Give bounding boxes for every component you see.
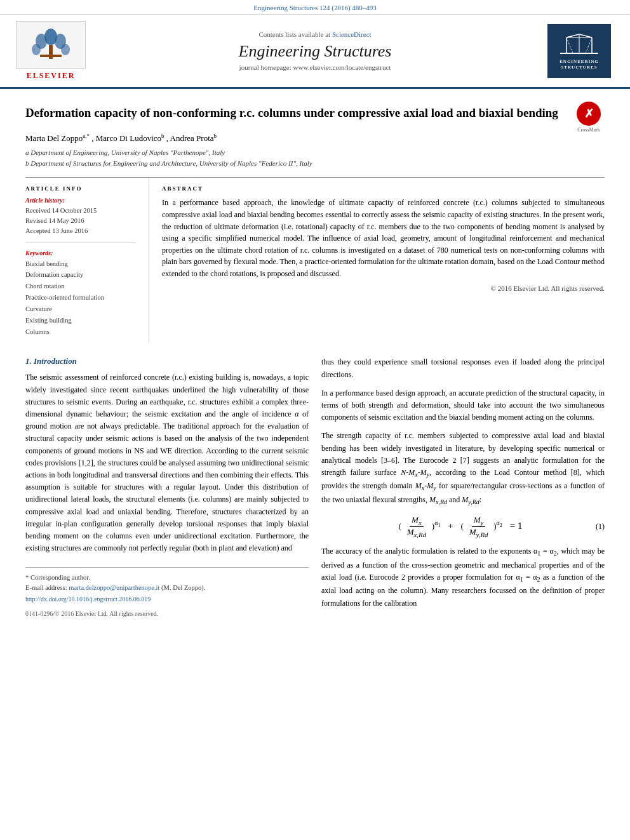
accepted-date: Accepted 13 June 2016 (25, 226, 136, 236)
crossmark-badge[interactable]: ✗ CrossMark (573, 102, 605, 133)
intro-para1: The seismic assessment of reinforced con… (25, 371, 309, 554)
body-right-col: thus they could experience small torsion… (321, 356, 605, 617)
fraction-1: Mx Mx,Rd (405, 515, 428, 538)
svg-point-3 (32, 44, 41, 55)
body-section: 1. Introduction The seismic assessment o… (25, 356, 605, 617)
author-email-link[interactable]: marta.delzoppo@uniparthenope.it (69, 584, 159, 591)
equation-number: (1) (596, 522, 605, 531)
fraction-1-numerator: Mx (410, 515, 424, 527)
affiliation-b: b Department of Structures for Engineeri… (25, 158, 605, 169)
journal-url: journal homepage: www.elsevier.com/locat… (102, 63, 528, 71)
corresponding-author-note: * Corresponding author. (25, 573, 309, 583)
keyword-6: Existing building (25, 315, 136, 326)
journal-title-display: Engineering Structures (102, 42, 528, 61)
fraction-2-denominator: My,Rd (467, 527, 490, 538)
body-left-col: 1. Introduction The seismic assessment o… (25, 356, 309, 617)
keyword-3: Chord rotation (25, 281, 136, 292)
main-content: Deformation capacity of non-conforming r… (0, 89, 630, 627)
article-info-label: ARTICLE INFO (25, 185, 136, 192)
doi-link-area: http://dx.doi.org/10.1016/j.engstruct.20… (25, 596, 151, 603)
fraction-1-denominator: Mx,Rd (405, 527, 428, 538)
structure-graphic-icon (557, 31, 601, 57)
elsevier-brand-text: ELSEVIER (27, 71, 76, 81)
journal-reference: Engineering Structures 124 (2016) 480–49… (0, 0, 630, 15)
elsevier-tree-icon (29, 27, 73, 62)
revised-date: Revised 14 May 2016 (25, 216, 136, 226)
issn-footer: 0141-0296/© 2016 Elsevier Ltd. All right… (25, 605, 309, 617)
page-footer: http://dx.doi.org/10.1016/j.engstruct.20… (25, 596, 309, 603)
keyword-1: Biaxial bending (25, 258, 136, 270)
elsevier-logo-image (16, 21, 86, 69)
title-row: Deformation capacity of non-conforming r… (25, 98, 605, 133)
authors-line: Marta Del Zoppoa,* , Marco Di Ludovicob … (25, 133, 605, 143)
elsevier-logo: ELSEVIER (13, 21, 89, 81)
abstract-text: In a performance based approach, the kno… (162, 197, 605, 279)
logo-graphic (557, 31, 601, 57)
doi-link[interactable]: http://dx.doi.org/10.1016/j.engstruct.20… (25, 596, 151, 603)
equation-1: ( Mx Mx,Rd )α1 + ( My My,Rd )α2 = 1 (1) (321, 515, 605, 538)
received-date: Received 14 October 2015 (25, 206, 136, 216)
right-para3: The strength capacity of r.c. members su… (321, 430, 605, 507)
journal-logo-right: ENGINEERINGSTRUCTURES (541, 24, 617, 78)
intro-heading: 1. Introduction (25, 356, 309, 366)
fraction-2-numerator: My (472, 515, 486, 527)
svg-point-4 (61, 44, 70, 55)
journal-logo-text: ENGINEERINGSTRUCTURES (560, 59, 599, 70)
article-info-col: ARTICLE INFO Article history: Received 1… (25, 178, 149, 343)
keyword-4: Practice-oriented formulation (25, 292, 136, 303)
issn-text: 0141-0296/© 2016 Elsevier Ltd. All right… (25, 610, 158, 617)
abstract-col: ABSTRACT In a performance based approach… (149, 178, 605, 343)
affiliations: a Department of Engineering, University … (25, 147, 605, 168)
right-para4: The accuracy of the analytic formulation… (321, 545, 605, 609)
equation-content: ( Mx Mx,Rd )α1 + ( My My,Rd )α2 = 1 (399, 515, 528, 538)
keywords-group: Keywords: Biaxial bending Deformation ca… (25, 250, 136, 338)
sciencedirect-link: Contents lists available at ScienceDirec… (102, 30, 528, 38)
article-title: Deformation capacity of non-conforming r… (25, 105, 558, 121)
sciencedirect-anchor[interactable]: ScienceDirect (332, 30, 372, 38)
keyword-5: Curvature (25, 303, 136, 315)
keywords-list: Biaxial bending Deformation capacity Cho… (25, 258, 136, 338)
journal-center: Contents lists available at ScienceDirec… (89, 30, 541, 71)
engineering-structures-logo: ENGINEERINGSTRUCTURES (547, 24, 611, 78)
journal-header: ELSEVIER Contents lists available at Sci… (0, 15, 630, 89)
right-para2: In a performance based design approach, … (321, 387, 605, 424)
affiliation-a: a Department of Engineering, University … (25, 147, 605, 158)
crossmark-icon: ✗ (577, 102, 601, 126)
abstract-label: ABSTRACT (162, 185, 605, 192)
history-label: Article history: (25, 197, 136, 204)
svg-line-11 (579, 34, 592, 37)
info-abstract-section: ARTICLE INFO Article history: Received 1… (25, 177, 605, 343)
info-divider (25, 243, 136, 243)
right-para1: thus they could experience small torsion… (321, 356, 605, 380)
crossmark-label: CrossMark (577, 127, 600, 133)
keyword-7: Columns (25, 326, 136, 338)
keyword-2: Deformation capacity (25, 269, 136, 281)
footnote-area: * Corresponding author. E-mail address: … (25, 567, 309, 593)
svg-line-15 (586, 37, 592, 53)
svg-line-10 (566, 34, 579, 37)
copyright-line: © 2016 Elsevier Ltd. All rights reserved… (162, 284, 605, 292)
email-footnote: E-mail address: marta.delzoppo@uniparthe… (25, 583, 309, 593)
keywords-label: Keywords: (25, 250, 136, 257)
fraction-2: My My,Rd (467, 515, 490, 538)
svg-line-14 (566, 37, 573, 53)
svg-rect-6 (40, 55, 62, 57)
article-history: Article history: Received 14 October 201… (25, 197, 136, 236)
